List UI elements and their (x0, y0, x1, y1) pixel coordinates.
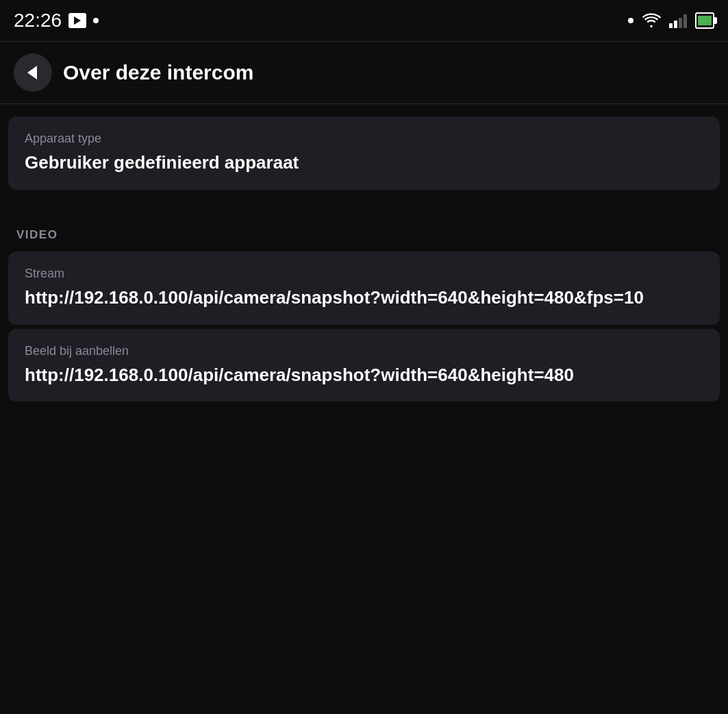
play-icon (68, 13, 86, 28)
device-type-label: Apparaat type (25, 132, 703, 146)
beeld-bij-aanbellen-card: Beeld bij aanbellen http://192.168.0.100… (8, 329, 720, 402)
status-time: 22:26 (14, 10, 62, 32)
status-left: 22:26 (14, 10, 99, 32)
battery-fill (698, 16, 712, 25)
page-title: Over deze intercom (63, 61, 253, 84)
stream-card: Stream http://192.168.0.100/api/camera/s… (8, 251, 720, 325)
signal-bar-3 (679, 18, 682, 28)
gap-2 (0, 190, 728, 202)
device-type-value: Gebruiker gedefinieerd apparaat (25, 151, 703, 175)
stream-label: Stream (25, 267, 703, 281)
beeld-bij-aanbellen-label: Beeld bij aanbellen (25, 344, 703, 358)
cards-gap (0, 325, 728, 329)
status-right (628, 12, 714, 29)
signal-bar-4 (683, 14, 687, 28)
back-button[interactable] (14, 53, 52, 92)
signal-bar-1 (669, 23, 673, 28)
battery-icon (695, 12, 714, 29)
gap-3 (0, 202, 728, 214)
status-bar: 22:26 (0, 0, 728, 41)
video-section-header: VIDEO (0, 214, 728, 251)
beeld-bij-aanbellen-value: http://192.168.0.100/api/camera/snapshot… (25, 364, 703, 387)
stream-value: http://192.168.0.100/api/camera/snapshot… (25, 286, 703, 310)
gap-1 (0, 104, 728, 116)
device-type-card: Apparaat type Gebruiker gedefinieerd app… (8, 116, 720, 190)
back-arrow-icon (27, 66, 37, 79)
status-dot-right (628, 18, 633, 23)
page-header: Over deze intercom (0, 42, 728, 103)
signal-icon (669, 13, 687, 28)
notification-dot (93, 18, 99, 23)
signal-bar-2 (674, 21, 677, 28)
wifi-icon (642, 13, 661, 28)
